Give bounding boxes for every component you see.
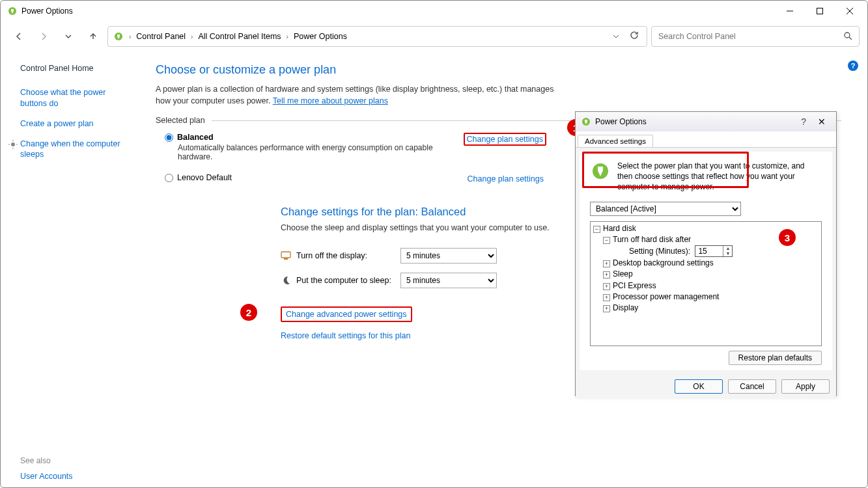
plan-name: Balanced [177, 133, 214, 142]
ok-button[interactable]: OK [675, 379, 723, 394]
plan-name: Lenovo Default [177, 173, 232, 182]
setting-minutes-spinbox[interactable]: ▲▼ [695, 245, 733, 257]
see-also: See also User Accounts [20, 456, 73, 481]
power-options-icon [7, 6, 18, 16]
brightness-icon [8, 140, 18, 149]
plan-balanced-radio[interactable]: Balanced [165, 133, 464, 142]
chevron-right-icon[interactable]: › [128, 33, 132, 40]
svg-rect-13 [281, 252, 290, 258]
tree-pci-express[interactable]: PCI Express [613, 281, 656, 290]
turn-off-display-label: Turn off the display: [296, 251, 367, 260]
spin-up-icon[interactable]: ▲ [723, 246, 732, 251]
spin-down-icon[interactable]: ▼ [723, 251, 732, 256]
apply-button[interactable]: Apply [781, 379, 830, 394]
tree-expand-icon[interactable]: + [603, 283, 610, 290]
page-heading: Choose or customize a power plan [156, 63, 841, 77]
dialog-footer: OK Cancel Apply [576, 374, 836, 399]
change-settings-desc: Choose the sleep and display settings th… [281, 223, 561, 232]
tree-desktop-background[interactable]: Desktop background settings [613, 258, 714, 267]
power-options-icon [581, 116, 591, 127]
sidebar: Control Panel Home Choose what the power… [1, 51, 144, 487]
address-dropdown[interactable] [609, 31, 623, 42]
tree-expand-icon[interactable]: + [603, 305, 610, 312]
tree-expand-icon[interactable]: + [603, 260, 610, 267]
forward-button[interactable] [33, 26, 54, 47]
plan-lenovo-radio[interactable]: Lenovo Default [165, 173, 465, 182]
search-icon[interactable] [843, 31, 852, 42]
tree-collapse-icon[interactable]: − [593, 226, 600, 233]
plan-dropdown[interactable]: Balanced [Active] [590, 202, 741, 216]
change-settings-heading: Change settings for the plan: Balanced [281, 206, 561, 218]
sidebar-item-label: Change when the computer sleeps [20, 139, 120, 159]
selected-plan-label: Selected plan [156, 116, 205, 125]
svg-rect-2 [817, 8, 823, 14]
power-options-icon [113, 31, 124, 42]
computer-sleep-select[interactable]: 5 minutes [400, 273, 497, 288]
sleep-icon [281, 275, 291, 286]
search-input[interactable] [658, 32, 843, 41]
display-icon [281, 251, 291, 261]
tree-expand-icon[interactable]: + [603, 294, 610, 301]
svg-point-6 [845, 33, 850, 38]
sidebar-change-sleep[interactable]: Change when the computer sleeps [20, 139, 132, 161]
close-button[interactable] [835, 1, 865, 21]
tree-collapse-icon[interactable]: − [603, 237, 610, 244]
page-description: A power plan is a collection of hardware… [156, 83, 559, 107]
turn-off-display-select[interactable]: 5 minutes [400, 248, 497, 264]
plan-balanced-desc: Automatically balances performance with … [178, 143, 464, 161]
tree-expand-icon[interactable]: + [603, 271, 610, 278]
window-title: Power Options [21, 7, 73, 16]
breadcrumb-all-items[interactable]: All Control Panel Items [198, 32, 281, 41]
sidebar-power-buttons[interactable]: Choose what the power buttons do [20, 87, 132, 109]
dialog-tabs: Advanced settings [576, 131, 836, 148]
sidebar-control-panel-home[interactable]: Control Panel Home [20, 63, 132, 74]
maximize-button[interactable] [805, 1, 835, 21]
restore-defaults-link[interactable]: Restore default settings for this plan [281, 331, 561, 340]
tree-sleep[interactable]: Sleep [613, 269, 633, 278]
tree-display[interactable]: Display [613, 303, 638, 312]
setting-minutes-input[interactable] [695, 247, 723, 256]
dialog-help-button[interactable]: ? [794, 116, 813, 127]
breadcrumb-control-panel[interactable]: Control Panel [136, 32, 186, 41]
tree-hard-disk[interactable]: Hard disk [603, 224, 636, 233]
setting-minutes-label: Setting (Minutes): [629, 247, 690, 256]
up-button[interactable] [83, 26, 104, 47]
chevron-right-icon[interactable]: › [189, 33, 194, 40]
annotation-badge-3: 3 [779, 229, 796, 246]
annotation-badge-2: 2 [240, 304, 257, 321]
see-also-label: See also [20, 456, 73, 465]
dialog-titlebar: Power Options ? ✕ [576, 112, 836, 131]
refresh-button[interactable] [627, 31, 641, 42]
breadcrumb-power-options[interactable]: Power Options [294, 32, 347, 41]
restore-plan-defaults-button[interactable]: Restore plan defaults [729, 351, 822, 365]
minimize-button[interactable] [775, 1, 805, 21]
chevron-right-icon[interactable]: › [285, 33, 290, 40]
svg-line-7 [849, 37, 852, 40]
change-settings-panel: Change settings for the plan: Balanced C… [281, 206, 561, 340]
tell-me-more-link[interactable]: Tell me more about power plans [273, 96, 388, 105]
search-box[interactable] [651, 26, 860, 47]
back-button[interactable] [8, 26, 29, 47]
titlebar: Power Options [1, 1, 867, 21]
advanced-settings-dialog: Power Options ? ✕ Advanced settings Sele… [575, 111, 837, 396]
tree-turn-off-hard-disk[interactable]: Turn off hard disk after [613, 235, 691, 244]
plan-balanced-radio-input[interactable] [165, 133, 173, 142]
cancel-button[interactable]: Cancel [728, 379, 776, 394]
svg-point-8 [11, 142, 15, 146]
plan-lenovo-radio-input[interactable] [165, 174, 173, 182]
computer-sleep-label: Put the computer to sleep: [296, 276, 391, 285]
see-also-user-accounts[interactable]: User Accounts [20, 472, 73, 481]
tree-processor[interactable]: Processor power management [613, 292, 719, 301]
change-plan-settings-lenovo[interactable]: Change plan settings [465, 173, 546, 185]
dialog-close-button[interactable]: ✕ [813, 116, 831, 127]
recent-dropdown[interactable] [58, 26, 79, 47]
tab-advanced-settings[interactable]: Advanced settings [578, 135, 653, 147]
svg-rect-14 [284, 258, 288, 260]
change-plan-settings-balanced[interactable]: Change plan settings [464, 133, 546, 146]
sidebar-create-plan[interactable]: Create a power plan [20, 118, 132, 129]
address-bar[interactable]: › Control Panel › All Control Panel Item… [107, 26, 647, 47]
navbar: › Control Panel › All Control Panel Item… [1, 21, 867, 51]
dialog-title: Power Options [595, 117, 647, 126]
change-advanced-power-settings-link[interactable]: Change advanced power settings [281, 306, 412, 322]
dialog-body: Select the power plan that you want to c… [580, 152, 832, 370]
